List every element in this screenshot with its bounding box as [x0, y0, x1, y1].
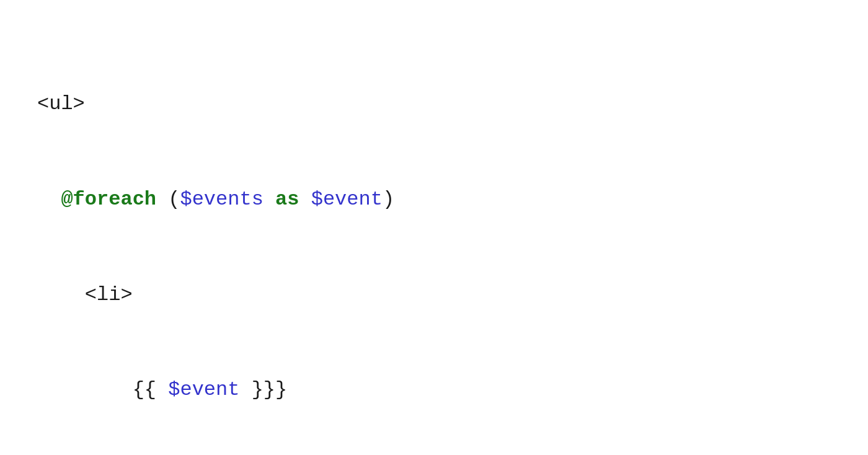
plain-text: [299, 188, 311, 211]
event-var: $event: [311, 188, 383, 211]
code-block: <ul> @foreach ($events as $event) <li> {…: [37, 25, 621, 455]
plain-text: [264, 188, 275, 211]
foreach-directive: @foreach: [61, 188, 156, 211]
code-line-1: <ul>: [37, 88, 621, 120]
code-line-2: @foreach ($events as $event): [37, 183, 621, 215]
tag: <ul>: [37, 92, 85, 115]
as-keyword: as: [275, 188, 299, 211]
event-var-echo: $event: [168, 378, 239, 401]
plain-text: ): [383, 188, 394, 211]
code-line-3: <li>: [37, 279, 621, 311]
mustache-open: {{: [133, 378, 169, 401]
events-var: $events: [180, 188, 263, 211]
mustache-close: }}: [239, 378, 275, 401]
plain-text: (: [156, 188, 180, 211]
extra-brace: }: [275, 378, 287, 401]
code-line-4: {{ $event }}}: [37, 374, 621, 405]
li-open-tag: <li>: [85, 283, 133, 306]
